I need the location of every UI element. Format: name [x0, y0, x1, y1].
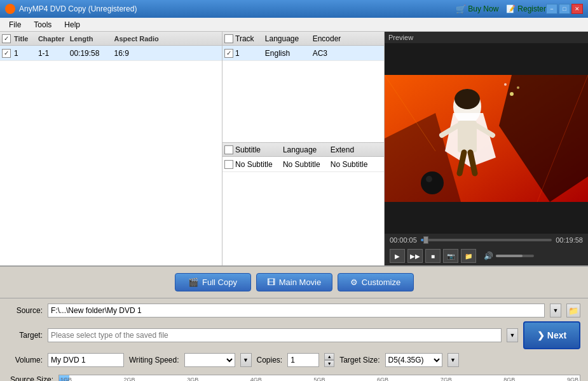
maximize-button[interactable]: □ [559, 4, 570, 14]
select-all-checkbox[interactable] [2, 34, 11, 43]
copies-down-button[interactable]: ▼ [324, 360, 334, 367]
tick-1gb: 1GB [60, 377, 72, 381]
track-select-all[interactable] [224, 34, 233, 43]
svg-point-14 [510, 92, 514, 96]
register-label: Register [517, 4, 546, 13]
svg-point-13 [426, 176, 432, 182]
row-chapter: 1-1 [38, 49, 70, 58]
preview-panel: Preview [385, 32, 588, 265]
header-sub-language: Language [283, 145, 331, 154]
app-title: AnyMP4 DVD Copy (Unregistered) [19, 4, 456, 13]
subtitle-table-header: Subtitle Language Extend [222, 143, 384, 157]
main-movie-icon: 🎞 [267, 277, 275, 287]
row-aspect: 16:9 [114, 49, 222, 58]
copies-label: Copies: [257, 356, 283, 364]
speed-dropdown-button[interactable]: ▼ [240, 353, 252, 367]
row-length: 00:19:58 [70, 49, 114, 58]
track-language: English [265, 49, 313, 58]
screenshot-button[interactable]: 📷 [443, 249, 458, 263]
target-dropdown-button[interactable]: ▼ [507, 328, 518, 342]
header-subtitle: Subtitle [235, 145, 283, 154]
tick-5gb: 5GB [313, 377, 325, 381]
tick-3gb: 3GB [187, 377, 198, 381]
tick-9gb: 9GB [567, 377, 578, 381]
volume-icon: 🔊 [484, 251, 493, 260]
folder-button[interactable]: 📁 [461, 249, 476, 263]
writing-speed-select[interactable] [184, 353, 235, 367]
row-checkbox[interactable] [2, 49, 11, 58]
volume-fill [496, 255, 523, 257]
preview-area [385, 43, 588, 234]
full-copy-label: Full Copy [202, 277, 237, 287]
track-encoder: AC3 [313, 49, 384, 58]
menu-help[interactable]: Help [58, 19, 86, 30]
buy-now-button[interactable]: 🛒 Buy Now [456, 4, 498, 14]
title-table-header: Title Chapter Length Aspect Radio [0, 32, 222, 46]
stop-button[interactable]: ■ [425, 249, 441, 263]
target-size-select[interactable]: D5(4.35G) [385, 353, 442, 367]
title-list-panel: Title Chapter Length Aspect Radio 1 1-1 … [0, 32, 222, 265]
time-total: 00:19:58 [556, 236, 583, 244]
subtitle-select-all[interactable] [224, 145, 233, 154]
svg-point-16 [504, 83, 507, 86]
customize-button[interactable]: ⚙ Customize [338, 273, 414, 291]
action-buttons-bar: 🎬 Full Copy 🎞 Main Movie ⚙ Customize [0, 267, 588, 298]
main-movie-button[interactable]: 🎞 Main Movie [256, 273, 332, 291]
subtitle-extend: No Subtitle [331, 160, 384, 169]
source-input[interactable] [48, 304, 545, 318]
target-size-dropdown-button[interactable]: ▼ [448, 353, 459, 367]
volume-input[interactable] [48, 353, 124, 367]
tick-2gb: 2GB [124, 377, 135, 381]
target-next-row: Target: ▼ ❯ Next [8, 321, 580, 349]
minimize-button[interactable]: − [546, 4, 557, 14]
title-row[interactable]: 1 1-1 00:19:58 16:9 [0, 46, 222, 61]
source-size-bar: 1GB 2GB 3GB 4GB 5GB 6GB 7GB 8GB 9GB [58, 375, 580, 381]
full-copy-button[interactable]: 🎬 Full Copy [175, 273, 251, 291]
subtitle-section: Subtitle Language Extend No Subtitle No … [222, 143, 384, 265]
time-slider[interactable] [421, 239, 552, 241]
menu-tools[interactable]: Tools [27, 19, 58, 30]
header-check-col [0, 34, 13, 43]
copies-input[interactable] [287, 353, 319, 367]
target-input[interactable] [48, 328, 502, 342]
volume-slider[interactable] [496, 255, 534, 257]
track-row-check [222, 49, 235, 58]
target-size-label: Target Size: [339, 356, 379, 364]
main-movie-label: Main Movie [279, 277, 321, 287]
next-label: Next [547, 330, 566, 340]
main-content: Title Chapter Length Aspect Radio 1 1-1 … [0, 32, 588, 267]
time-slider-thumb[interactable] [423, 236, 428, 244]
full-copy-icon: 🎬 [188, 277, 198, 287]
subtitle-row-check [222, 160, 235, 169]
header-extend: Extend [331, 145, 384, 154]
svg-point-6 [455, 89, 480, 109]
header-aspect: Aspect Radio [114, 35, 222, 43]
customize-label: Customize [362, 277, 400, 287]
subtitle-language: No Subtitle [283, 160, 331, 169]
fast-forward-button[interactable]: ▶▶ [407, 249, 423, 263]
size-bar-labels: 1GB 2GB 3GB 4GB 5GB 6GB 7GB 8GB 9GB [59, 375, 580, 381]
svg-point-15 [517, 86, 519, 89]
subtitle-checkbox[interactable] [224, 160, 233, 169]
header-title: Title [13, 35, 38, 43]
register-button[interactable]: 📝 Register [506, 4, 546, 13]
controls-bar: ▶ ▶▶ ■ 📷 📁 🔊 [385, 246, 588, 265]
menu-file[interactable]: File [3, 19, 27, 30]
source-dropdown-button[interactable]: ▼ [550, 304, 561, 318]
subtitle-row[interactable]: No Subtitle No Subtitle No Subtitle [222, 157, 384, 172]
next-chevron-icon: ❯ [537, 330, 545, 340]
header-track: Track [235, 34, 265, 43]
customize-icon: ⚙ [350, 277, 358, 287]
close-button[interactable]: ✕ [571, 4, 583, 14]
track-row[interactable]: 1 English AC3 [222, 46, 384, 61]
header-length: Length [70, 35, 114, 43]
volume-control: 🔊 [484, 251, 534, 260]
play-button[interactable]: ▶ [390, 249, 405, 263]
track-checkbox[interactable] [224, 49, 233, 58]
next-button[interactable]: ❯ Next [523, 321, 580, 349]
tick-8gb: 8GB [503, 377, 515, 381]
copies-up-button[interactable]: ▲ [324, 353, 334, 360]
source-folder-button[interactable]: 📁 [566, 304, 580, 318]
header-encoder: Encoder [313, 34, 384, 43]
header-track-language: Language [265, 34, 313, 43]
